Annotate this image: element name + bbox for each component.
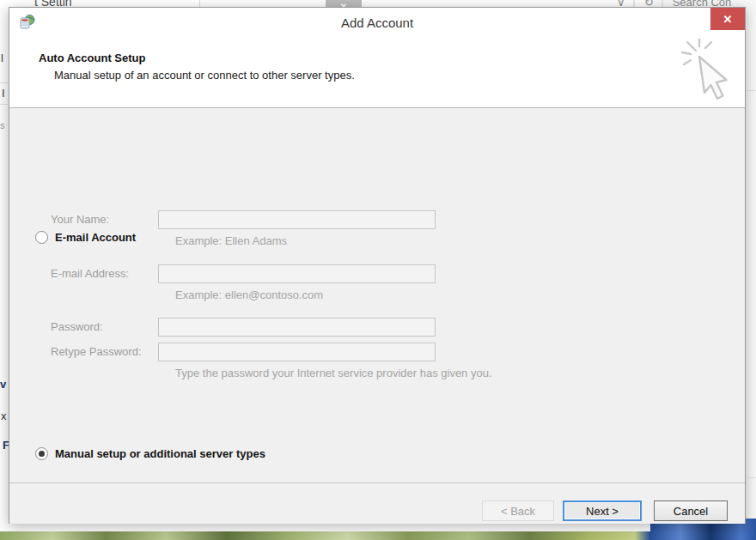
wizard-header-title: Auto Account Setup bbox=[39, 52, 145, 64]
close-button[interactable]: ✕ bbox=[710, 8, 745, 30]
dialog-title: Add Account bbox=[9, 15, 745, 30]
wizard-body: E-mail Account Your Name: Example: Ellen… bbox=[9, 108, 745, 482]
password-hint: Type the password your Internet service … bbox=[175, 367, 492, 379]
dialog-titlebar[interactable]: Add Account ✕ bbox=[9, 8, 745, 37]
radio-email-account-circle[interactable] bbox=[35, 231, 48, 244]
retype-password-label: Retype Password: bbox=[51, 345, 142, 358]
your-name-input[interactable] bbox=[158, 210, 436, 229]
wizard-header: Auto Account Setup Manual setup of an ac… bbox=[9, 37, 745, 108]
radio-email-account[interactable]: E-mail Account bbox=[35, 231, 136, 244]
edge-text-fragment: I bbox=[2, 87, 5, 100]
screen: t Settin ✕ ∨ │ ↻ │ Search Con l I s v x … bbox=[0, 0, 756, 540]
radio-manual-setup[interactable]: Manual setup or additional server types bbox=[35, 447, 265, 460]
cancel-button[interactable]: Cancel bbox=[654, 501, 728, 521]
email-address-hint: Example: ellen@contoso.com bbox=[175, 288, 323, 301]
edge-divider-line bbox=[0, 82, 8, 83]
next-button[interactable]: Next > bbox=[563, 501, 642, 521]
retype-password-input[interactable] bbox=[158, 343, 436, 361]
your-name-hint: Example: Ellen Adams bbox=[175, 234, 287, 247]
wizard-header-subtitle: Manual setup of an account or connect to… bbox=[54, 69, 355, 82]
edge-text-fragment: x bbox=[1, 410, 7, 422]
wizard-footer: < Back Next > Cancel bbox=[9, 482, 745, 524]
close-icon: ✕ bbox=[723, 13, 733, 26]
edge-divider-line bbox=[0, 104, 8, 105]
back-button[interactable]: < Back bbox=[482, 501, 554, 521]
password-label: Password: bbox=[51, 320, 103, 333]
click-cursor-icon bbox=[678, 39, 731, 106]
edge-text-fragment: v bbox=[0, 378, 6, 391]
edge-divider-line bbox=[747, 90, 756, 91]
edge-text-fragment: l bbox=[1, 52, 3, 64]
your-name-label: Your Name: bbox=[51, 213, 109, 226]
radio-manual-setup-label: Manual setup or additional server types bbox=[55, 447, 265, 460]
radio-email-account-label: E-mail Account bbox=[55, 231, 136, 244]
edge-divider-line bbox=[747, 477, 756, 478]
edge-text-fragment: s bbox=[0, 120, 5, 130]
password-input[interactable] bbox=[158, 318, 436, 337]
email-address-label: E-mail Address: bbox=[51, 267, 129, 280]
email-address-input[interactable] bbox=[158, 264, 436, 283]
add-account-dialog: Add Account ✕ Auto Account Setup Manual … bbox=[9, 7, 746, 524]
radio-manual-setup-circle[interactable] bbox=[35, 447, 48, 460]
